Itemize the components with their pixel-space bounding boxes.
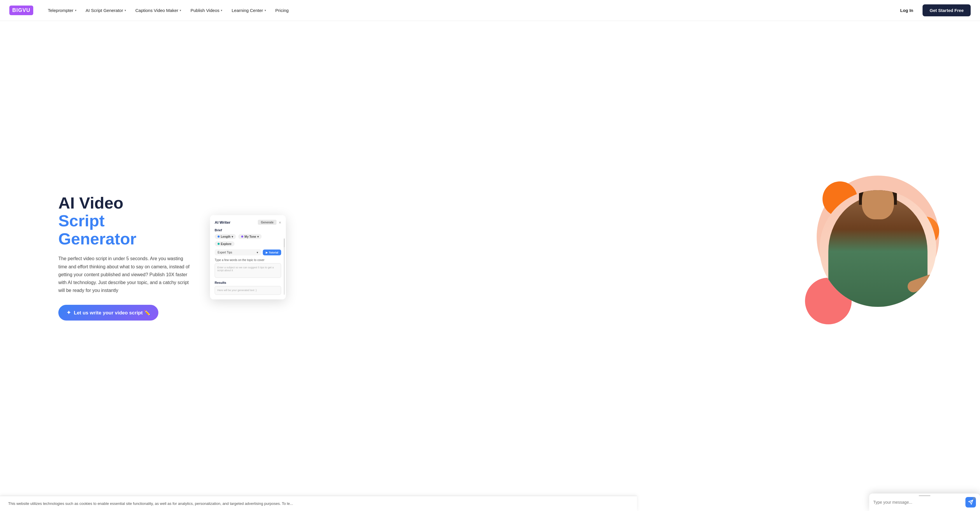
hero-section: AI Video Script Generator The perfect vi… (0, 21, 980, 493)
person-body (828, 196, 928, 307)
ai-writer-card: AI Writer Generate × Brief Length ▾ My T… (210, 215, 286, 299)
dot-icon (218, 243, 220, 245)
get-started-button[interactable]: Get Started Free (923, 4, 970, 16)
chevron-down-icon: ▾ (75, 9, 76, 12)
ai-options-row: Length ▾ My Tone ▾ Explore (215, 234, 281, 247)
nav-label-publish: Publish Videos (191, 8, 220, 13)
ai-option-tone[interactable]: My Tone ▾ (238, 234, 262, 239)
nav-actions: Log In Get Started Free (896, 4, 970, 16)
person-arm (906, 273, 936, 294)
ai-input-placeholder: Enter a subject so we can suggest 5 tips… (217, 266, 274, 272)
scroll-thumb[interactable] (284, 239, 285, 247)
nav-item-captions[interactable]: Captions Video Maker ▾ (131, 6, 185, 15)
ai-card-header: AI Writer Generate × (215, 220, 281, 225)
scroll-track (284, 239, 285, 295)
chat-widget: ✕ (869, 493, 980, 493)
hero-description: The perfect video script in under 5 seco… (58, 255, 192, 294)
ai-topic-label: Expert Tips (218, 251, 232, 254)
ai-tutorial-button[interactable]: ▶ Tutorial (263, 249, 281, 255)
chevron-down-icon: ▾ (257, 251, 258, 254)
ai-generate-button[interactable]: Generate (258, 220, 276, 225)
ai-topic-input[interactable]: Enter a subject so we can suggest 5 tips… (215, 263, 281, 278)
ai-input-label: Type a few words on the topic to cover (215, 258, 281, 262)
play-icon: ▶ (266, 251, 268, 254)
dot-icon (218, 236, 220, 238)
nav-item-teleprompter[interactable]: Teleprompter ▾ (44, 6, 81, 15)
brand-logo[interactable]: BIGVU (10, 6, 33, 15)
ai-topic-select[interactable]: Expert Tips ▾ (215, 249, 261, 256)
dot-icon (241, 236, 243, 238)
navbar: BIGVU Teleprompter ▾ AI Script Generator… (0, 0, 980, 21)
hero-title-line2: Script (58, 212, 204, 230)
person-image (819, 190, 936, 307)
hero-content: AI Video Script Generator The perfect vi… (58, 194, 204, 321)
ai-results-area: Here will be your generated text :) (215, 286, 281, 295)
chevron-down-icon: ▾ (221, 9, 222, 12)
chevron-down-icon: ▾ (124, 9, 126, 12)
person-head (862, 190, 894, 219)
ai-option-length[interactable]: Length ▾ (215, 234, 236, 239)
hero-title-line1: AI Video (58, 194, 204, 212)
chevron-down-icon: ▾ (264, 9, 266, 12)
nav-label-teleprompter: Teleprompter (48, 8, 73, 13)
ai-card-title: AI Writer (215, 220, 231, 224)
nav-item-learning[interactable]: Learning Center ▾ (228, 6, 270, 15)
hero-visual: AI Writer Generate × Brief Length ▾ My T… (204, 181, 957, 333)
sparkle-icon: ✦ (67, 309, 71, 316)
nav-item-pricing[interactable]: Pricing (271, 6, 293, 15)
ai-topic-row: Expert Tips ▾ ▶ Tutorial (215, 249, 281, 256)
nav-item-publish[interactable]: Publish Videos ▾ (186, 6, 226, 15)
ai-results-label: Results (215, 281, 281, 284)
nav-label-ai-script: AI Script Generator (86, 8, 123, 13)
ai-option-explore[interactable]: Explore (215, 242, 234, 247)
close-icon[interactable]: × (279, 220, 281, 224)
hero-cta-button[interactable]: ✦ Let us write your video script ✏️ (58, 305, 158, 320)
nav-label-captions: Captions Video Maker (135, 8, 178, 13)
ai-brief-label: Brief (215, 228, 281, 232)
nav-item-ai-script[interactable]: AI Script Generator ▾ (82, 6, 130, 15)
hero-title-line3: Generator (58, 230, 204, 248)
login-button[interactable]: Log In (896, 6, 918, 15)
hero-cta-label: Let us write your video script ✏️ (74, 310, 150, 316)
nav-label-learning: Learning Center (232, 8, 263, 13)
chevron-down-icon: ▾ (180, 9, 181, 12)
nav-links: Teleprompter ▾ AI Script Generator ▾ Cap… (44, 6, 896, 15)
